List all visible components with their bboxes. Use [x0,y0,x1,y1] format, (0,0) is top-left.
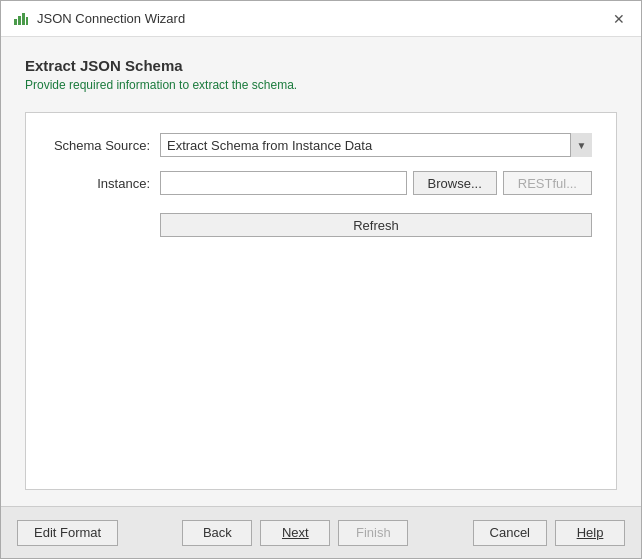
cancel-button[interactable]: Cancel [473,520,547,546]
json-connection-wizard-dialog: JSON Connection Wizard ✕ Extract JSON Sc… [0,0,642,559]
instance-row: Instance: Browse... RESTful... [50,171,592,195]
title-bar: JSON Connection Wizard ✕ [1,1,641,37]
content-area: Extract JSON Schema Provide required inf… [1,37,641,506]
svg-rect-3 [26,17,28,25]
browse-button[interactable]: Browse... [413,171,497,195]
schema-source-row: Schema Source: Extract Schema from Insta… [50,133,592,157]
schema-source-select-wrapper: Extract Schema from Instance Data ▼ [160,133,592,157]
help-button[interactable]: Help [555,520,625,546]
next-button[interactable]: Next [260,520,330,546]
instance-label: Instance: [50,176,160,191]
page-subtitle: Provide required information to extract … [25,78,617,92]
svg-rect-2 [22,13,25,25]
close-button[interactable]: ✕ [609,9,629,29]
footer-center: Back Next Finish [126,520,464,546]
back-button[interactable]: Back [182,520,252,546]
footer-right: Cancel Help [473,520,625,546]
svg-rect-0 [14,19,17,25]
form-area: Schema Source: Extract Schema from Insta… [25,112,617,490]
refresh-button[interactable]: Refresh [160,213,592,237]
svg-rect-1 [18,16,21,25]
dialog-title: JSON Connection Wizard [37,11,185,26]
title-bar-left: JSON Connection Wizard [13,11,185,27]
schema-source-select[interactable]: Extract Schema from Instance Data [160,133,592,157]
footer-left: Edit Format [17,520,118,546]
chart-icon [13,11,29,27]
schema-source-label: Schema Source: [50,138,160,153]
restful-button[interactable]: RESTful... [503,171,592,195]
instance-input[interactable] [160,171,407,195]
finish-button[interactable]: Finish [338,520,408,546]
instance-buttons: Browse... RESTful... [413,171,592,195]
edit-format-button[interactable]: Edit Format [17,520,118,546]
footer: Edit Format Back Next Finish Cancel Help [1,506,641,558]
page-title: Extract JSON Schema [25,57,617,74]
